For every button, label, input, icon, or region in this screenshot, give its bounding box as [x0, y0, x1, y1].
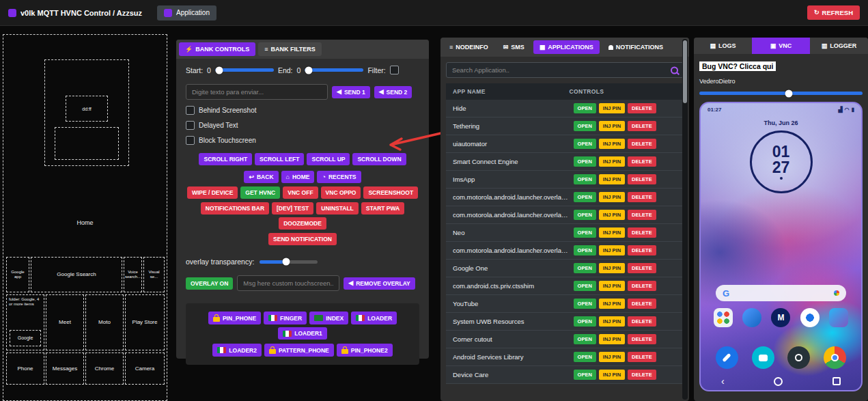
delete-button[interactable]: DELETE [628, 174, 656, 184]
delete-button[interactable]: DELETE [628, 281, 656, 291]
tab-bank-filters[interactable]: ≡ BANK FILTERS [258, 42, 322, 56]
end-slider[interactable] [305, 68, 363, 72]
tab-sms[interactable]: ✉ SMS [497, 40, 531, 54]
delete-button[interactable]: DELETE [628, 103, 656, 113]
mic-icon[interactable] [834, 290, 839, 296]
square-app-icon[interactable] [829, 308, 848, 327]
apps-scrollbar-thumb[interactable] [683, 40, 687, 103]
tab-nodeinfo[interactable]: ≡ NODEINFO [443, 40, 494, 54]
vnc-quality-slider[interactable] [699, 92, 863, 95]
inj-pin-button[interactable]: INJ PIN [599, 227, 625, 238]
dev-test-button[interactable]: [DEV] TEST [272, 202, 313, 215]
messages-app-icon[interactable] [752, 346, 774, 369]
open-button[interactable]: OPEN [574, 334, 596, 344]
blue-app-icon[interactable] [742, 308, 761, 327]
android-home-button[interactable] [774, 377, 783, 386]
start-pwa-button[interactable]: START PWA [361, 202, 404, 215]
open-button[interactable]: OPEN [574, 263, 596, 273]
open-button[interactable]: OPEN [574, 174, 596, 184]
inj-pin-button[interactable]: INJ PIN [599, 334, 625, 344]
delete-button[interactable]: DELETE [628, 316, 656, 327]
inj-pin-button[interactable]: INJ PIN [599, 210, 625, 220]
start-slider[interactable] [215, 68, 274, 72]
refresh-button[interactable]: ↻ REFRESH [807, 5, 860, 20]
scroll-down-button[interactable]: SCROLL DOWN [352, 153, 406, 165]
loader-button[interactable]: LOADER [351, 312, 397, 324]
inj-pin-button[interactable]: INJ PIN [599, 263, 625, 273]
wf-folder-google[interactable]: folder: Google, 4 or more items Google [6, 294, 44, 350]
wf-clock-box[interactable]: dd:ff [66, 96, 108, 122]
open-button[interactable]: OPEN [574, 370, 596, 380]
wf-app-meet[interactable]: Meet [46, 294, 84, 350]
inj-pin-button[interactable]: INJ PIN [599, 245, 625, 255]
chrome-app-icon[interactable] [824, 346, 846, 369]
loader1-button[interactable]: LOADER1 [278, 327, 327, 340]
android-back-button[interactable]: ‹ [721, 376, 725, 386]
pin-phone-button[interactable]: PIN_PHONE [208, 312, 261, 324]
tab-applications[interactable]: ▦ APPLICATIONS [533, 40, 600, 54]
wf-google-search[interactable]: Google Ssearch [31, 257, 122, 292]
inj-pin-button[interactable]: INJ PIN [599, 352, 625, 362]
open-button[interactable]: OPEN [574, 103, 596, 113]
tab-bank-controls[interactable]: ⚡ BANK CONTROLS [179, 42, 255, 56]
wf-sub-box[interactable] [55, 127, 119, 160]
camera-app-icon[interactable] [787, 346, 810, 369]
scroll-left-button[interactable]: SCROLL LEFT [255, 153, 304, 165]
home-button[interactable]: ⌂HOME [281, 171, 315, 183]
pattern-phone-button[interactable]: PATTERN_PHONE [264, 344, 334, 357]
apps-scrollbar[interactable] [682, 39, 688, 400]
overlay-on-button[interactable]: OVERLAY ON [186, 277, 233, 290]
delete-button[interactable]: DELETE [628, 263, 656, 273]
open-button[interactable]: OPEN [574, 227, 596, 238]
delete-button[interactable]: DELETE [628, 192, 656, 202]
wf-voice-search[interactable]: Voice search... [124, 257, 142, 292]
uninstall-button[interactable]: UNINSTALL [316, 202, 359, 215]
vnc-off-button[interactable]: VNC OFF [283, 186, 318, 199]
block-touchscreen-checkbox[interactable] [186, 136, 195, 145]
wf-dock-messages[interactable]: Messages [46, 352, 84, 385]
send-notification-button[interactable]: SEND NOTIFICATION [268, 233, 337, 245]
phone-app-icon[interactable] [716, 346, 738, 369]
index-button[interactable]: INDEX [309, 312, 348, 324]
inj-pin-button[interactable]: INJ PIN [599, 121, 625, 131]
open-button[interactable]: OPEN [574, 139, 596, 149]
get-hvnc-button[interactable]: GET HVNC [240, 186, 280, 199]
back-button[interactable]: ↩BACK [244, 171, 278, 183]
delete-button[interactable]: DELETE [628, 334, 656, 344]
screenshoot-button[interactable]: SCREENSHOOT [363, 186, 418, 199]
delete-button[interactable]: DELETE [628, 245, 656, 255]
android-recents-button[interactable] [832, 377, 841, 385]
vnc-oppo-button[interactable]: VNC OPPO [321, 186, 361, 199]
overlay-transparency-slider[interactable] [260, 260, 318, 264]
wipe-device-button[interactable]: WIPE / DEVICE [187, 186, 238, 199]
inj-pin-button[interactable]: INJ PIN [599, 174, 625, 184]
tab-vnc[interactable]: ▣ VNC [752, 38, 810, 54]
open-button[interactable]: OPEN [574, 210, 596, 220]
open-button[interactable]: OPEN [574, 281, 596, 291]
delete-button[interactable]: DELETE [628, 121, 656, 131]
wf-google-app[interactable]: Google app [6, 257, 29, 292]
remove-overlay-button[interactable]: ◀ REMOVE OVERLAY [344, 277, 415, 290]
overlay-msg-input[interactable] [237, 275, 339, 291]
bug-vnc-link[interactable]: Bug VNC? Clicca qui [699, 61, 776, 71]
moto-app-icon[interactable]: M [771, 308, 790, 327]
application-button[interactable]: Application [157, 5, 216, 20]
delete-button[interactable]: DELETE [628, 370, 656, 380]
doozemode-button[interactable]: DOOZEMODE [279, 217, 326, 230]
send-text-input[interactable] [186, 84, 328, 100]
open-button[interactable]: OPEN [574, 299, 596, 309]
pin-phone2-button[interactable]: PIN_PHONE2 [337, 344, 393, 357]
inj-pin-button[interactable]: INJ PIN [599, 156, 625, 167]
delete-button[interactable]: DELETE [628, 352, 656, 362]
scroll-right-button[interactable]: SCROLL RIGHT [199, 153, 252, 165]
inj-pin-button[interactable]: INJ PIN [599, 139, 625, 149]
wf-app-play-store[interactable]: Play Store [125, 294, 165, 350]
tab-notifications[interactable]: NOTIFICATIONS [602, 40, 669, 54]
inj-pin-button[interactable]: INJ PIN [599, 370, 625, 380]
recents-button[interactable]: ◔RECENTS [317, 171, 361, 183]
send1-button[interactable]: ◀ SEND 1 [332, 86, 370, 98]
delete-button[interactable]: DELETE [628, 210, 656, 220]
open-button[interactable]: OPEN [574, 316, 596, 327]
tab-logger[interactable]: ▥ LOGGER [810, 38, 868, 54]
vnc-phone-screen[interactable]: 01:27 ▟ ◠ ▮ Thu, Jun 26 01 27 G M [699, 102, 863, 391]
